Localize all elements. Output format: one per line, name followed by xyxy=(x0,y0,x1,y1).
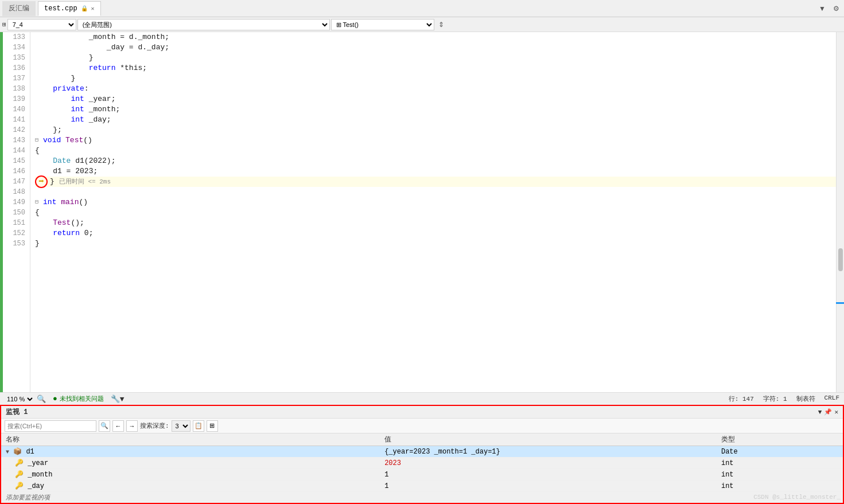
code-token: return xyxy=(89,63,120,73)
code-token: } xyxy=(89,53,94,63)
watch-toolbar: 🔍 ← → 搜索深度: 3 📋 ⊞ xyxy=(1,419,843,433)
code-token: private xyxy=(53,84,84,94)
add-watch-item[interactable]: 添加要监视的项 xyxy=(1,492,843,503)
tab-settings-button[interactable]: ⚙ xyxy=(830,3,842,14)
code-line-149[interactable]: ⊟ int main() xyxy=(35,197,836,208)
watch-row[interactable]: ▼ 📦 d1{_year=2023 _month=1 _day=1}Date xyxy=(1,446,843,458)
code-token xyxy=(61,135,65,146)
code-token: d1(2022); xyxy=(71,156,115,166)
status-ok-text: 未找到相关问题 xyxy=(60,394,104,403)
code-line-140[interactable]: int _month; xyxy=(35,104,836,115)
scrollbar-thumb[interactable] xyxy=(838,248,843,271)
field-icon: 🔑 xyxy=(15,482,24,490)
nav-select[interactable]: 7_4 xyxy=(7,19,76,30)
watch-dropdown-icon[interactable]: ▼ xyxy=(818,409,822,416)
code-area[interactable]: _month = d._month; _day = d._day; } retu… xyxy=(30,32,836,392)
code-line-151[interactable]: Test(); xyxy=(35,218,836,228)
scrollbar[interactable] xyxy=(836,32,844,392)
code-token: () xyxy=(79,197,88,208)
code-line-147[interactable]: ➡}已用时间 <= 2ms xyxy=(35,177,836,187)
code-line-137[interactable]: } xyxy=(35,73,836,84)
watch-child-type: int xyxy=(717,469,843,480)
expand-arrow[interactable]: ▼ xyxy=(6,449,9,455)
code-line-145[interactable]: Date d1(2022); xyxy=(35,156,836,166)
code-token xyxy=(56,197,61,208)
tab-test-cpp[interactable]: test.cpp 🔒 ✕ xyxy=(38,1,101,16)
tab-bar: 反汇编 test.cpp 🔒 ✕ ▼ ⚙ xyxy=(0,0,844,17)
code-token: void xyxy=(43,135,61,146)
code-token: int xyxy=(71,94,84,104)
code-line-135[interactable]: } xyxy=(35,53,836,63)
code-line-134[interactable]: _day = d._day; xyxy=(35,42,836,53)
tab-overflow-button[interactable]: ▼ xyxy=(816,3,828,14)
watch-search-button[interactable]: 🔍 xyxy=(99,420,110,432)
code-line-141[interactable]: int _day; xyxy=(35,115,836,125)
watch-row-name: ▼ 📦 d1 xyxy=(1,446,380,458)
code-line-148[interactable] xyxy=(35,187,836,197)
tab-pin-icon[interactable]: 🔒 xyxy=(81,5,88,12)
watch-search-input[interactable] xyxy=(5,420,96,432)
toolbar-row: ⊞ 7_4 (全局范围) ⊞ Test() ⇕ xyxy=(0,17,844,32)
code-line-139[interactable]: int _year; xyxy=(35,94,836,104)
code-line-153[interactable]: } xyxy=(35,239,836,249)
watch-expand-button[interactable]: ⊞ xyxy=(207,420,218,432)
code-token: 0; xyxy=(80,228,93,239)
code-line-133[interactable]: _month = d._month; xyxy=(35,32,836,42)
code-line-150[interactable]: { xyxy=(35,208,836,218)
watch-child-row[interactable]: 🔑 _month1int xyxy=(1,469,843,480)
code-token: Test xyxy=(65,135,83,146)
tab-disassembly[interactable]: 反汇编 xyxy=(2,1,36,16)
status-ok: ● 未找到相关问题 xyxy=(53,394,104,403)
field-icon: 🔑 xyxy=(15,471,24,479)
watch-pin-icon[interactable]: 📌 xyxy=(824,408,832,416)
tab-close-icon[interactable]: ✕ xyxy=(91,5,95,12)
watch-table-header: 名称 值 类型 xyxy=(1,433,843,446)
watch-table: 名称 值 类型 ▼ 📦 d1{_year=2023 _month=1 _day=… xyxy=(1,433,843,492)
wrench-icon[interactable]: 🔧▼ xyxy=(111,394,125,404)
zoom-select[interactable]: 110 % xyxy=(5,395,34,403)
function-select[interactable]: ⊞ Test() xyxy=(331,19,434,30)
watch-forward-button[interactable]: → xyxy=(126,420,138,432)
depth-select[interactable]: 3 xyxy=(172,420,190,432)
time-hint: 已用时间 <= 2ms xyxy=(59,177,111,187)
code-token: int xyxy=(43,197,56,208)
encoding-label: CRLF xyxy=(824,394,839,403)
code-token: Test xyxy=(53,218,71,228)
watch-outer: 监视 1 ▼ 📌 ✕ 🔍 ← → 搜索深度: 3 📋 ⊞ 名称 xyxy=(0,405,844,504)
watch-close-icon[interactable]: ✕ xyxy=(834,408,838,416)
execution-arrow: ➡ xyxy=(35,175,48,188)
status-bar: 110 % 🔍 ● 未找到相关问题 🔧▼ 行: 147 字符: 1 制表符 CR… xyxy=(0,392,844,405)
fold-button-149[interactable]: ⊟ xyxy=(35,197,42,208)
watch-child-value: 1 xyxy=(380,480,717,492)
code-line-138[interactable]: private: xyxy=(35,84,836,94)
fit-button[interactable]: ⇕ xyxy=(435,19,447,30)
code-token: (); xyxy=(71,218,84,228)
code-token: } xyxy=(35,239,40,249)
code-line-142[interactable]: }; xyxy=(35,125,836,135)
code-token: _year; xyxy=(84,94,116,104)
code-line-144[interactable]: { xyxy=(35,146,836,156)
code-line-143[interactable]: ⊟ void Test() xyxy=(35,135,836,146)
watch-child-row[interactable]: 🔑 _year2023int xyxy=(1,458,843,469)
watch-child-name: 🔑 _day xyxy=(1,480,380,492)
watch-copy-button[interactable]: 📋 xyxy=(193,420,204,432)
watch-child-row[interactable]: 🔑 _day1int xyxy=(1,480,843,492)
status-ok-icon: ● xyxy=(53,394,57,403)
watch-row-type: Date xyxy=(717,446,843,458)
code-token: return xyxy=(53,228,80,239)
code-token: _day = d._day; xyxy=(107,42,169,53)
scope-select[interactable]: (全局范围) xyxy=(77,19,330,30)
code-line-136[interactable]: return *this; xyxy=(35,63,836,73)
tab-test-cpp-label: test.cpp xyxy=(44,5,77,13)
obj-icon: 📦 xyxy=(13,448,22,456)
zoom-icon: 🔍 xyxy=(37,394,46,404)
col-name: 名称 xyxy=(1,433,380,446)
col-value: 值 xyxy=(380,433,717,446)
fold-button-143[interactable]: ⊟ xyxy=(35,135,42,146)
code-line-152[interactable]: return 0; xyxy=(35,228,836,239)
watch-child-name: 🔑 _month xyxy=(1,469,380,480)
code-line-146[interactable]: d1 = 2023; xyxy=(35,166,836,177)
col-label: 字符: 1 xyxy=(763,394,787,403)
status-right: 行: 147 字符: 1 制表符 CRLF xyxy=(729,394,839,403)
watch-back-button[interactable]: ← xyxy=(112,420,124,432)
